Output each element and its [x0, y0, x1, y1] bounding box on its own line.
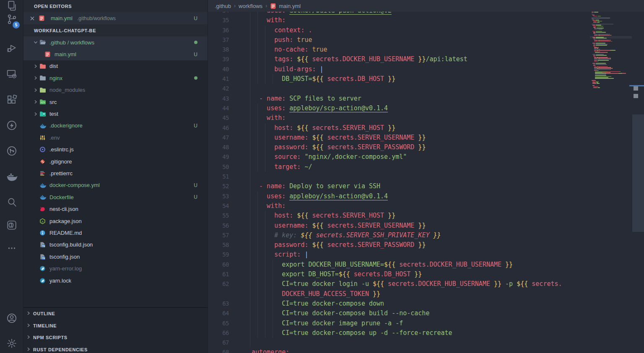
- code-line-55[interactable]: 55host: ${{ secrets.SERVER_HOST }}: [208, 211, 590, 221]
- postgresql-icon[interactable]: [0, 215, 23, 235]
- tree-item-readme-md[interactable]: README.md: [23, 227, 208, 239]
- code-line-34[interactable]: 34uses: docker/build-push-action@v2: [208, 12, 590, 16]
- code-line-62[interactable]: 62CI=true docker login -u ${{ secrets.DO…: [208, 279, 590, 289]
- git-graph-icon[interactable]: [0, 141, 23, 161]
- code-line-47[interactable]: 47username: ${{ secrets.SERVER_USERNAME …: [208, 133, 590, 143]
- run-debug-icon[interactable]: [0, 38, 23, 58]
- tree-item-node-modules[interactable]: node_modules: [23, 84, 208, 96]
- code-token: - name:: [259, 95, 286, 102]
- code-line-53[interactable]: 53uses: appleboy/ssh-action@v0.1.4: [208, 192, 590, 201]
- thunder-client-icon[interactable]: [0, 115, 23, 135]
- code-line-44[interactable]: 44uses: appleboy/scp-action@v0.1.4: [208, 104, 590, 113]
- minimap[interactable]: [592, 12, 631, 353]
- tree-item--gitignore[interactable]: .gitignore: [23, 156, 208, 167]
- tree-item--github-workflows[interactable]: .github / workflows: [23, 36, 208, 48]
- code-line-65[interactable]: 65CI=true docker image prune -a -f: [208, 319, 590, 328]
- code-editor[interactable]: 34uses: docker/build-push-action@v235wit…: [208, 12, 590, 353]
- code-line-54[interactable]: 54with:: [208, 201, 590, 211]
- remote-explorer-icon[interactable]: [0, 64, 23, 84]
- docker-icon[interactable]: [0, 166, 23, 187]
- section-timeline[interactable]: TIMELINE: [23, 320, 208, 332]
- code-line-38[interactable]: 38no-cache: true: [208, 45, 590, 55]
- code-line-49[interactable]: 49source: "nginx/,docker-compose.yml": [208, 152, 590, 162]
- chevron-right-icon: [31, 99, 39, 105]
- code-line-58[interactable]: 58password: ${{ secrets.SERVER_PASSWORD …: [208, 240, 590, 250]
- tree-item-nest-cli-json[interactable]: nest-cli.json: [23, 203, 208, 215]
- code-line-63[interactable]: 63CI=true docker-compose down: [208, 299, 590, 309]
- tree-item--prettierrc[interactable]: .prettierrc: [23, 167, 208, 179]
- code-line-57[interactable]: 57# key: ${{ secrets.SERVER_SSH_PRIVATE_…: [208, 231, 590, 240]
- action-link[interactable]: docker/build-push-action@v2: [289, 12, 392, 15]
- code-line-41[interactable]: 41DB_HOST=${{ secrets.DB_HOST }}: [208, 74, 590, 84]
- indent-guide: [250, 182, 250, 191]
- code-line-52[interactable]: 52- name: Deploy to server via SSH: [208, 182, 590, 191]
- code-line-43[interactable]: 43- name: SCP files to server: [208, 94, 590, 104]
- code-line-wrap[interactable]: DOCKER_HUB_ACCESS_TOKEN }}: [208, 289, 590, 299]
- close-icon[interactable]: [29, 15, 36, 22]
- code-line-67[interactable]: 67: [208, 338, 590, 348]
- tree-item-nginx[interactable]: nginx: [23, 72, 208, 84]
- breadcrumb-segment[interactable]: .github: [215, 3, 231, 9]
- code-line-56[interactable]: 56username: ${{ secrets.SERVER_USERNAME …: [208, 221, 590, 231]
- code-line-39[interactable]: 39tags: ${{ secrets.DOCKER_HUB_USERNAME …: [208, 55, 590, 64]
- code-line-59[interactable]: 59script: |: [208, 250, 590, 260]
- code-line-61[interactable]: 61export DB_HOST=${{ secrets.DB_HOST }}: [208, 270, 590, 279]
- tree-item--eslintrc-js[interactable]: .eslintrc.js: [23, 144, 208, 156]
- account-icon[interactable]: [0, 308, 23, 328]
- scrollbar-thumb[interactable]: [632, 114, 644, 232]
- settings-icon[interactable]: [0, 333, 23, 353]
- code-line-68[interactable]: 68automerge:: [208, 348, 590, 353]
- tree-item-yarn-error-log[interactable]: yarn-error.log: [23, 262, 208, 274]
- code-token: context:: [274, 26, 304, 34]
- search-icon[interactable]: [0, 192, 23, 212]
- scrollbar[interactable]: [631, 0, 644, 353]
- code-line-48[interactable]: 48password: ${{ secrets.SERVER_PASSWORD …: [208, 143, 590, 152]
- action-link[interactable]: appleboy/scp-action@v0.1.4: [289, 104, 388, 112]
- yaml-file-icon: [270, 3, 276, 9]
- code-token: secrets.DB_HOST: [350, 270, 415, 278]
- breadcrumb-segment[interactable]: main.yml: [279, 3, 301, 9]
- code-line-60[interactable]: 60export DOCKER_HUB_USERNAME=${{ secrets…: [208, 260, 590, 270]
- tree-item-main-yml[interactable]: main.ymlU: [23, 48, 208, 60]
- code-token: ${{: [297, 124, 308, 132]
- tree-item--dockerignore[interactable]: .dockerignoreU: [23, 120, 208, 132]
- code-line-46[interactable]: 46host: ${{ secrets.SERVER_HOST }}: [208, 123, 590, 133]
- code-line-42[interactable]: 42: [208, 84, 590, 93]
- code-line-35[interactable]: 35with:: [208, 16, 590, 25]
- indent-guide: [250, 65, 250, 74]
- tree-item-label: .eslintrc.js: [49, 146, 74, 153]
- code-line-36[interactable]: 36context: .: [208, 26, 590, 35]
- tree-item-yarn-lock[interactable]: yarn.lock: [23, 275, 208, 286]
- more-actions-icon[interactable]: [0, 238, 23, 258]
- code-token: ${{: [517, 280, 528, 288]
- code-line-66[interactable]: 66CI=true docker-compose up -d --force-r…: [208, 328, 590, 338]
- tree-item-tsconfig-json[interactable]: TStsconfig.json: [23, 251, 208, 262]
- tree-item-dist[interactable]: dist: [23, 60, 208, 72]
- project-section-header[interactable]: WORKFALL-CHATGPT-BE: [23, 24, 208, 36]
- tree-item-dockerfile[interactable]: DockerfileU: [23, 191, 208, 203]
- source-control-icon[interactable]: 5: [0, 9, 23, 29]
- code-line-45[interactable]: 45with:: [208, 113, 590, 123]
- extensions-icon[interactable]: [0, 90, 23, 110]
- code-line-37[interactable]: 37push: true: [208, 35, 590, 45]
- tree-item-src[interactable]: </>src: [23, 96, 208, 108]
- code-line-51[interactable]: 51: [208, 172, 590, 182]
- tree-item-test[interactable]: test: [23, 108, 208, 119]
- tree-item-tsconfig-build-json[interactable]: TStsconfig.build.json: [23, 239, 208, 251]
- code-line-64[interactable]: 64CI=true docker-compose build --no-cach…: [208, 309, 590, 318]
- tree-item-docker-compose-yml[interactable]: docker-compose.ymlU: [23, 179, 208, 191]
- code-line-50[interactable]: 50target: ~/: [208, 162, 590, 172]
- code-line-40[interactable]: 40build-args: |: [208, 65, 590, 74]
- section-rust-dependencies[interactable]: RUST DEPENDENCIES: [23, 344, 208, 353]
- open-editors-header[interactable]: OPEN EDITORS: [23, 0, 208, 12]
- action-link[interactable]: appleboy/ssh-action@v0.1.4: [289, 192, 388, 200]
- open-editor-item[interactable]: main.yml.github/workflowsU: [23, 12, 208, 24]
- tree-item--env[interactable]: .env: [23, 132, 208, 143]
- section-outline[interactable]: OUTLINE: [23, 308, 208, 320]
- indent-guide: [250, 94, 250, 104]
- code-token: CI=true docker image prune -a -f: [282, 319, 403, 327]
- minimap-line: [597, 87, 600, 88]
- breadcrumb-segment[interactable]: workflows: [239, 3, 262, 9]
- section-npm-scripts[interactable]: NPM SCRIPTS: [23, 332, 208, 344]
- tree-item-package-json[interactable]: jspackage.json: [23, 215, 208, 227]
